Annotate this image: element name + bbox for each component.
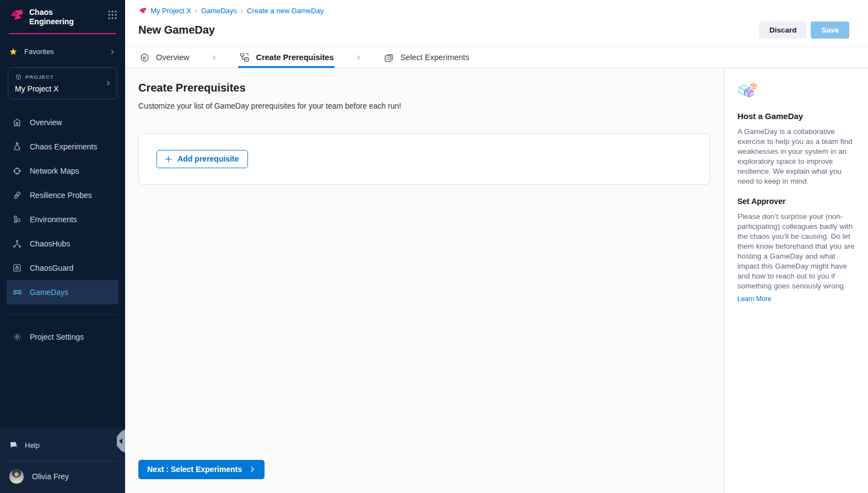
sidebar-item-chaosguard[interactable]: ChaosGuard xyxy=(7,256,118,280)
sidebar-item-label: ChaosHubs xyxy=(30,239,70,248)
breadcrumb-separator: › xyxy=(241,7,243,15)
home-icon xyxy=(12,117,23,127)
add-prerequisite-button[interactable]: Add prerequisite xyxy=(157,150,248,168)
learn-more-link[interactable]: Learn More xyxy=(737,295,771,303)
help-rail: Host a GameDay A GameDay is a collaborat… xyxy=(724,68,868,493)
next-select-experiments-button[interactable]: Next : Select Experiments xyxy=(138,460,265,479)
sidebar-item-label: GameDays xyxy=(30,288,68,297)
sidebar-nav: Overview Chaos Experiments Network Maps xyxy=(0,110,125,304)
chevron-right-icon xyxy=(249,465,256,473)
gear-icon xyxy=(12,332,23,342)
wizard-tab-bar: Overview Create Prerequisites xyxy=(125,47,868,68)
sidebar-item-label: Resilience Probes xyxy=(30,191,92,200)
cube-cluster-icon xyxy=(737,81,855,101)
harness-logo-icon-small xyxy=(138,7,147,15)
page-title: New GameDay xyxy=(138,24,215,36)
user-name: Olivia Frey xyxy=(32,472,69,481)
project-name: My Project X xyxy=(15,84,103,93)
plus-icon xyxy=(164,155,172,163)
sidebar-item-label: Environments xyxy=(30,215,77,224)
breadcrumb-link-create[interactable]: Create a new GameDay xyxy=(247,7,324,15)
sidebar-item-label: Project Settings xyxy=(30,333,84,341)
page-header: My Project X › GameDays › Create a new G… xyxy=(125,0,868,47)
sidebar-item-project-settings[interactable]: Project Settings xyxy=(7,325,118,349)
sidebar-item-label: Overview xyxy=(30,118,62,127)
hexagon-gear-icon xyxy=(139,52,150,63)
main-column: My Project X › GameDays › Create a new G… xyxy=(125,0,868,493)
guard-lock-icon xyxy=(12,263,23,273)
chevron-right-icon xyxy=(104,79,112,87)
tab-label: Select Experiments xyxy=(400,53,469,62)
rail-host-body: A GameDay is a collaborative exercise to… xyxy=(737,127,855,186)
breadcrumb-link-gamedays[interactable]: GameDays xyxy=(201,7,237,15)
rail-approver-title: Set Approver xyxy=(737,197,855,206)
brand-divider xyxy=(9,33,116,34)
chevron-right-icon xyxy=(109,48,116,56)
project-eyebrow-label: PROJECT xyxy=(25,74,54,80)
tab-select-experiments[interactable]: Select Experiments xyxy=(382,49,470,68)
brand-name: Chaos Engineering xyxy=(29,8,74,26)
discard-button[interactable]: Discard xyxy=(759,22,807,39)
save-button[interactable]: Save xyxy=(811,22,849,39)
sidebar: Chaos Engineering Favorites xyxy=(0,0,125,493)
rail-approver-body: Please don’t surprise your (non-particip… xyxy=(737,212,855,291)
section-heading: Create Prerequisites xyxy=(138,82,710,94)
work-area: Create Prerequisites Customize your list… xyxy=(125,68,724,493)
prerequisites-card: Add prerequisite xyxy=(138,133,710,185)
tab-label: Create Prerequisites xyxy=(256,53,333,62)
rail-host-title: Host a GameDay xyxy=(737,111,855,121)
sidebar-item-label: Network Maps xyxy=(30,167,79,175)
sidebar-item-gamedays[interactable]: GameDays xyxy=(7,280,118,304)
sidebar-item-help[interactable]: ? Help xyxy=(0,433,125,458)
experiment-cards-icon xyxy=(384,52,394,63)
help-label: Help xyxy=(25,441,40,449)
grid-icon[interactable] xyxy=(107,10,117,20)
user-menu[interactable]: Olivia Frey xyxy=(0,462,125,493)
sidebar-item-chaoshubs[interactable]: ChaosHubs xyxy=(7,232,118,256)
sidebar-item-overview[interactable]: Overview xyxy=(7,110,118,135)
section-subheading: Customize your list of GameDay prerequis… xyxy=(138,101,710,110)
help-chat-icon: ? xyxy=(9,441,18,450)
gamepad-icon xyxy=(12,287,23,297)
cube-icon xyxy=(15,73,22,81)
chevron-right-icon xyxy=(210,47,218,68)
avatar xyxy=(9,469,24,484)
tab-create-prerequisites[interactable]: Create Prerequisites xyxy=(238,49,335,68)
probe-icon xyxy=(12,190,23,200)
sidebar-item-favorites[interactable]: Favorites xyxy=(9,47,116,56)
sidebar-item-label: ChaosGuard xyxy=(30,264,73,272)
flask-icon xyxy=(12,142,23,152)
star-icon xyxy=(9,47,18,56)
svg-text:?: ? xyxy=(12,443,14,446)
brand: Chaos Engineering xyxy=(0,0,125,26)
sidebar-item-chaos-experiments[interactable]: Chaos Experiments xyxy=(7,135,118,159)
next-button-label: Next : Select Experiments xyxy=(147,465,242,474)
breadcrumb: My Project X › GameDays › Create a new G… xyxy=(138,7,849,15)
environments-icon xyxy=(12,215,23,224)
sidebar-item-environments[interactable]: Environments xyxy=(7,207,118,232)
harness-logo-icon xyxy=(9,8,24,23)
tab-label: Overview xyxy=(156,53,189,62)
tab-overview[interactable]: Overview xyxy=(138,49,190,68)
chevron-left-icon xyxy=(119,438,122,444)
chevron-right-icon xyxy=(354,47,363,68)
sidebar-item-label: Chaos Experiments xyxy=(30,142,97,151)
project-selector[interactable]: PROJECT My Project X xyxy=(8,67,117,99)
favorites-label: Favorites xyxy=(24,47,53,56)
sidebar-item-resilience-probes[interactable]: Resilience Probes xyxy=(7,183,118,207)
network-map-icon xyxy=(12,166,23,176)
sidebar-footer: ? Help Olivia Frey xyxy=(0,427,125,493)
breadcrumb-link-project[interactable]: My Project X xyxy=(150,7,191,15)
sidebar-item-network-maps[interactable]: Network Maps xyxy=(7,159,118,183)
breadcrumb-separator: › xyxy=(195,7,197,15)
flowchart-play-icon xyxy=(239,52,250,63)
add-prerequisite-label: Add prerequisite xyxy=(177,154,239,163)
sidebar-divider xyxy=(9,314,116,315)
hub-icon xyxy=(12,239,23,249)
